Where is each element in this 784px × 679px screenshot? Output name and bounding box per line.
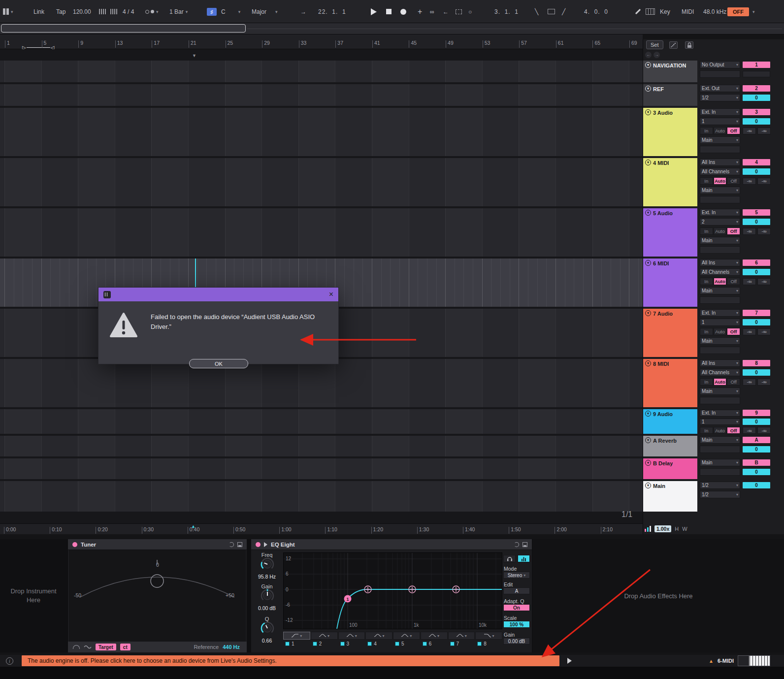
q-knob[interactable]: [260, 621, 275, 636]
arrangement-overview[interactable]: [0, 23, 784, 34]
io-select[interactable]: 1▾: [700, 319, 740, 326]
gain-knob[interactable]: [260, 588, 275, 603]
volume-value[interactable]: -∞: [757, 178, 771, 185]
monitor-in[interactable]: In: [700, 227, 713, 235]
lock-icon[interactable]: [685, 41, 693, 49]
draw-mode-icon[interactable]: [456, 0, 462, 23]
track-fold-icon[interactable]: ▾: [645, 437, 651, 443]
io-select[interactable]: 2▾: [700, 218, 740, 226]
monitor-auto[interactable]: Auto: [714, 177, 727, 185]
band-shape-select[interactable]: ▾: [311, 632, 338, 640]
io-select[interactable]: Main▾: [700, 136, 740, 144]
io-select[interactable]: 1/2▾: [700, 94, 740, 101]
monitor-auto[interactable]: Auto: [714, 227, 727, 235]
punch-in-icon[interactable]: ╲: [535, 0, 538, 23]
track-header-9-audio[interactable]: ▾9 Audio: [643, 409, 697, 434]
status-play-icon[interactable]: [567, 658, 572, 664]
track-header-8-midi[interactable]: ▾8 MIDI: [643, 359, 697, 407]
volume-value[interactable]: -∞: [757, 328, 771, 335]
volume-value[interactable]: -∞: [743, 328, 756, 335]
edit-ab-button[interactable]: A: [503, 587, 530, 594]
loop-start-display[interactable]: 3. 1. 1: [494, 0, 519, 23]
monitor-in[interactable]: In: [700, 378, 713, 386]
key-signature-icon[interactable]: ♯: [207, 0, 217, 23]
track-lane-5-audio[interactable]: [0, 208, 643, 257]
scale-menu[interactable]: Major▾: [252, 0, 278, 23]
time-ruler[interactable]: ▲ 0:000:100:200:300:400:501:001:101:201:…: [0, 523, 643, 534]
band-shape-select[interactable]: ▾: [393, 632, 420, 640]
computer-midi-keyboard-icon[interactable]: [646, 0, 655, 23]
monitor-in[interactable]: In: [700, 177, 713, 185]
freq-value[interactable]: 95.8 Hz: [251, 574, 283, 580]
track-lane-main[interactable]: [0, 481, 643, 512]
nudge-down-icon[interactable]: [99, 0, 106, 23]
io-select[interactable]: Main▾: [700, 187, 740, 194]
band-activator[interactable]: 8: [475, 640, 502, 647]
set-button[interactable]: Set: [646, 40, 663, 49]
key-root-menu[interactable]: C▾: [221, 0, 240, 23]
track-fold-icon[interactable]: ▾: [645, 86, 651, 92]
track-fold-icon[interactable]: ▾: [645, 160, 651, 165]
band-activator[interactable]: 5: [393, 640, 420, 647]
track-fold-icon[interactable]: ▾: [645, 360, 651, 366]
band-activator[interactable]: 2: [311, 640, 338, 647]
freq-knob[interactable]: [260, 557, 275, 572]
time-signature-display[interactable]: 4 / 4: [123, 0, 134, 23]
band-shape-select[interactable]: ▾: [283, 632, 310, 640]
band-shape-select[interactable]: ▾: [475, 632, 502, 640]
volume-value[interactable]: -∞: [743, 228, 756, 235]
quantize-menu[interactable]: 1 Bar▾: [169, 0, 188, 23]
scale-value[interactable]: 100 %: [503, 621, 530, 628]
mode-select[interactable]: Stereo▾: [503, 572, 530, 579]
stop-button[interactable]: [386, 0, 392, 23]
tempo-display[interactable]: 120.00: [73, 0, 91, 23]
reference-value[interactable]: 440 Hz: [223, 644, 240, 650]
track-fold-icon[interactable]: ▾: [645, 260, 651, 266]
link-button[interactable]: Link: [33, 0, 44, 23]
zoom-height-button[interactable]: H: [675, 526, 679, 532]
save-preset-icon[interactable]: [523, 542, 527, 547]
audio-engine-warning[interactable]: The audio engine is off. Please click he…: [22, 655, 559, 666]
band-shape-select[interactable]: ▾: [365, 632, 392, 640]
band-activator[interactable]: 7: [448, 640, 475, 647]
track-header-b-delay[interactable]: ▾B Delay: [643, 458, 697, 479]
session-record-link-icon[interactable]: ∞: [430, 0, 434, 23]
punch-out-icon[interactable]: ╱: [562, 0, 565, 23]
dialog-titlebar[interactable]: ×: [98, 288, 338, 301]
loop-switch-icon[interactable]: [548, 0, 555, 23]
info-icon[interactable]: i: [6, 657, 13, 665]
drop-instrument-zone[interactable]: Drop Instrument Here: [0, 539, 67, 652]
ok-button[interactable]: OK: [189, 359, 248, 368]
automation-arm-icon[interactable]: ○: [468, 0, 472, 23]
io-select[interactable]: Ext. In▾: [700, 209, 740, 216]
headphone-icon[interactable]: [503, 555, 516, 562]
arrangement-grid[interactable]: ▼ 1/1: [0, 49, 643, 523]
zoom-level[interactable]: 1.00x: [654, 525, 671, 532]
track-fold-icon[interactable]: ▾: [645, 460, 651, 466]
volume-value[interactable]: -∞: [743, 427, 756, 434]
band-activator[interactable]: 1: [283, 640, 310, 647]
split-view-icon[interactable]: [669, 41, 678, 49]
track-header-3-audio[interactable]: ▾3 Audio: [643, 108, 697, 156]
loop-length-display[interactable]: 4. 0. 0: [584, 0, 608, 23]
hot-swap-icon[interactable]: [514, 542, 519, 547]
monitor-in[interactable]: In: [700, 328, 713, 335]
spectrum-icon[interactable]: [518, 555, 530, 562]
volume-value[interactable]: -∞: [743, 178, 756, 185]
io-select[interactable]: Main▾: [700, 459, 740, 466]
volume-value[interactable]: -∞: [757, 278, 771, 285]
pencil-icon[interactable]: [635, 0, 641, 23]
volume-value[interactable]: -∞: [757, 128, 771, 134]
band-activator[interactable]: 4: [365, 640, 392, 647]
arrangement-position-display[interactable]: 22. 1. 1: [318, 0, 346, 23]
track-lane-4-midi[interactable]: [0, 158, 643, 206]
device-activator[interactable]: [256, 542, 261, 547]
window-layout-icon[interactable]: ▾: [3, 0, 13, 23]
hot-swap-icon[interactable]: [229, 542, 234, 547]
adapt-q-toggle[interactable]: On: [503, 604, 530, 611]
track-header-7-audio[interactable]: ▾7 Audio: [643, 309, 697, 357]
io-select[interactable]: Ext. In▾: [700, 410, 740, 417]
track-lane-navigation[interactable]: [0, 61, 643, 82]
band-shape-select[interactable]: ▾: [448, 632, 475, 640]
track-header-ref[interactable]: ▾REF: [643, 84, 697, 106]
